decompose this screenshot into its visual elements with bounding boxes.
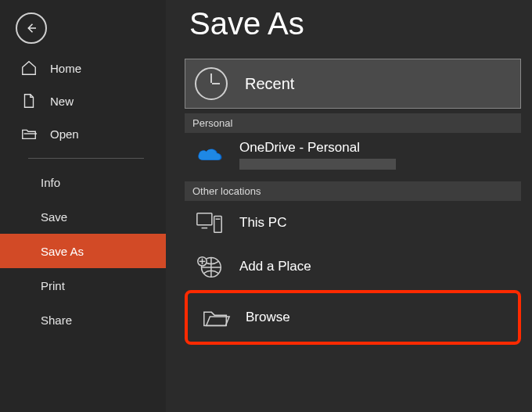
sidebar-divider <box>28 158 144 159</box>
page-title: Save As <box>189 6 532 41</box>
back-button[interactable] <box>16 13 47 44</box>
locations-panel: Recent Personal OneDrive - Personal Othe… <box>185 59 521 345</box>
browse-highlight-callout: Browse <box>185 290 521 345</box>
home-icon <box>20 59 38 77</box>
sidebar-item-label: New <box>50 95 74 108</box>
location-browse[interactable]: Browse <box>191 298 515 337</box>
sidebar-item-label: Print <box>41 279 65 292</box>
this-pc-icon <box>194 207 225 238</box>
sidebar-item-label: Share <box>41 313 72 327</box>
main-panel: Save As Recent Personal OneDrive - Perso… <box>166 0 532 412</box>
sidebar-item-new[interactable]: New <box>0 84 166 117</box>
sidebar-item-save-as[interactable]: Save As <box>0 234 166 268</box>
location-label: This PC <box>239 215 286 231</box>
open-folder-icon <box>20 125 38 142</box>
location-onedrive[interactable]: OneDrive - Personal <box>185 133 521 177</box>
sidebar-item-share[interactable]: Share <box>0 303 166 337</box>
sidebar-item-label: Info <box>41 176 60 189</box>
location-this-pc[interactable]: This PC <box>185 201 521 245</box>
add-place-icon <box>194 251 225 282</box>
location-text: OneDrive - Personal <box>239 140 396 170</box>
onedrive-icon <box>194 139 225 170</box>
backstage-view: Home New Open Info Save Save As Print <box>0 0 532 412</box>
svg-rect-2 <box>197 213 212 225</box>
sidebar-item-label: Save As <box>41 245 84 258</box>
sidebar: Home New Open Info Save Save As Print <box>0 0 166 412</box>
sidebar-item-open[interactable]: Open <box>0 117 166 150</box>
sidebar-item-label: Save <box>41 210 67 224</box>
sidebar-item-home[interactable]: Home <box>0 52 166 84</box>
sidebar-item-save[interactable]: Save <box>0 199 166 234</box>
sidebar-item-info[interactable]: Info <box>0 165 166 199</box>
section-header-personal: Personal <box>185 113 521 133</box>
location-label: Add a Place <box>239 259 311 274</box>
browse-folder-icon <box>200 302 232 333</box>
redacted-account-email <box>239 159 396 170</box>
sidebar-item-print[interactable]: Print <box>0 268 166 303</box>
location-label: OneDrive - Personal <box>239 140 396 156</box>
sidebar-item-label: Home <box>50 62 81 75</box>
location-add-a-place[interactable]: Add a Place <box>185 245 521 288</box>
sidebar-item-label: Open <box>50 127 79 141</box>
location-label: Browse <box>246 310 290 325</box>
clock-icon <box>195 67 228 100</box>
section-header-other: Other locations <box>185 181 521 201</box>
new-file-icon <box>20 92 38 109</box>
arrow-left-icon <box>24 21 38 35</box>
location-label: Recent <box>245 75 294 93</box>
location-recent[interactable]: Recent <box>185 59 521 109</box>
